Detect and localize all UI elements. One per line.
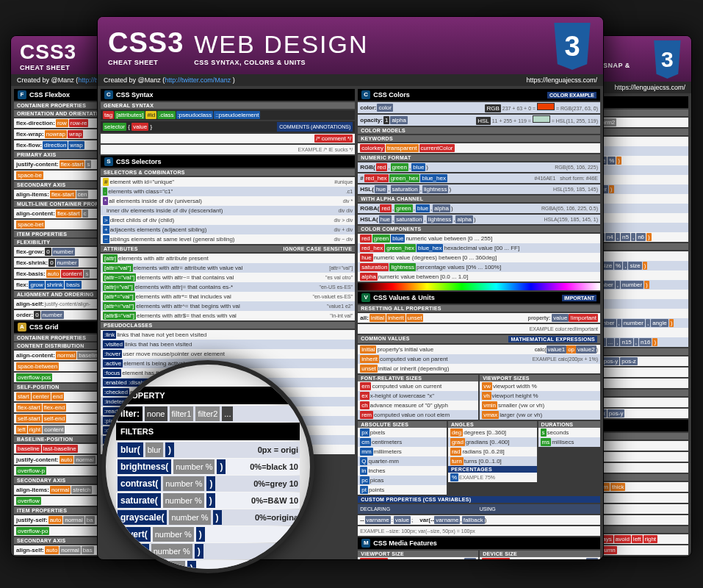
hue-gradient bbox=[358, 283, 600, 290]
filter-row: grayscale(number %)0%=origina bbox=[116, 509, 300, 526]
css3-logo-icon bbox=[652, 40, 682, 79]
section-selectors: SCSS Selectors bbox=[101, 156, 355, 168]
twitter-link[interactable]: http://twitter.com/Manz bbox=[165, 76, 231, 84]
filter-row: blur(blur)0px = origi bbox=[116, 442, 300, 458]
filter-row: brightness(number %)0%=black 10 bbox=[116, 459, 300, 475]
title-css3-center: CSS3 bbox=[108, 27, 184, 59]
magnifier-lens: PROPERTY ilter: none filter1 filter2 ...… bbox=[101, 360, 314, 573]
filter-row: city(number %) bbox=[116, 560, 300, 573]
title-css3: CSS3 bbox=[20, 40, 76, 64]
site-link[interactable]: https://lenguajecss.com/ bbox=[526, 76, 597, 84]
section-syntax: CCSS Syntax bbox=[101, 89, 355, 101]
filter-row: contrast(number %)0%=grey 10 bbox=[116, 476, 300, 492]
section-values: VCSS Values & Units IMPORTANT bbox=[358, 292, 600, 304]
title-cheat: CHEAT SHEET bbox=[20, 64, 76, 71]
title-webdesign: WEB DESIGN bbox=[194, 30, 368, 59]
filter-row: invert(number %) bbox=[116, 526, 300, 542]
credit-bar-center: Created by @Manz (http://twitter.com/Man… bbox=[98, 74, 603, 86]
header-center: CSS3 CHEAT SHEET WEB DESIGN CSS SYNTAX, … bbox=[98, 17, 603, 74]
section-colors: CCSS Colors COLOR EXAMPLE bbox=[358, 89, 600, 101]
mag-prop-header: PROPERTY bbox=[116, 387, 300, 404]
section-media: MCSS Media Features bbox=[358, 537, 600, 549]
css3-logo-icon bbox=[552, 23, 593, 70]
filter-row: saturate(number %)0%=B&W 10 bbox=[116, 492, 300, 509]
mag-filters-header: FILTERS bbox=[116, 423, 300, 440]
